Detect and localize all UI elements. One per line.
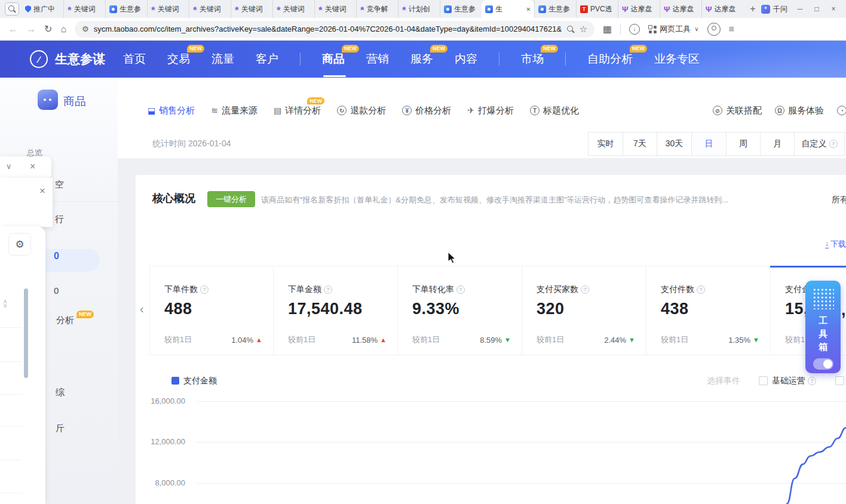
tab-close-icon[interactable]: × xyxy=(526,5,531,14)
subnav-tab-标题优化[interactable]: T 标题优化 xyxy=(530,105,579,116)
qianwen-button[interactable]: * 千问 xyxy=(761,4,787,14)
nav-item-服务[interactable]: 服务 NEW xyxy=(410,51,433,67)
subnav-tab-价格分析[interactable]: ¥ 价格分析 xyxy=(402,105,451,116)
browser-tab[interactable]: * 关键词 × xyxy=(314,0,356,18)
tab-search-icon[interactable] xyxy=(5,2,19,16)
payment-amount-line-chart xyxy=(765,382,846,504)
nav-item-流量[interactable]: 流量 xyxy=(212,51,234,67)
help-icon[interactable]: ? xyxy=(697,285,705,294)
sidebar-item-fragment[interactable]: 斤 xyxy=(56,423,65,434)
web-tools-button[interactable]: 网页工具 ∨ xyxy=(648,24,698,35)
sidebar-item-fragment[interactable]: 0 xyxy=(54,285,59,296)
overview-right-link[interactable]: 所有 xyxy=(832,195,846,205)
date-range-周[interactable]: 周 xyxy=(726,133,760,155)
overlay-window-small[interactable]: ∨ × xyxy=(0,156,51,179)
browser-tab[interactable]: Ψ 达摩盘 × xyxy=(618,0,660,18)
profile-avatar-icon[interactable] xyxy=(707,23,721,36)
overlay-window[interactable]: × xyxy=(0,178,53,227)
subnav-tab-服务体验[interactable]: Ω 服务体验 xyxy=(775,105,824,116)
cards-scroll-left-icon[interactable]: ‹ xyxy=(140,302,144,316)
nav-item-交易[interactable]: 交易 NEW xyxy=(167,51,190,67)
close-window-button[interactable]: × xyxy=(829,5,838,13)
browser-tab[interactable]: * 关键词 × xyxy=(231,0,272,18)
zoom-icon[interactable] xyxy=(566,25,575,33)
nav-item-客户[interactable]: 客户 xyxy=(256,51,278,67)
nav-item-业务专区[interactable]: 业务专区 xyxy=(654,51,700,67)
downloads-icon[interactable]: ↓ xyxy=(629,24,640,35)
date-range-实时[interactable]: 实时 xyxy=(588,133,623,155)
help-icon[interactable]: ? xyxy=(456,285,465,294)
help-icon[interactable]: ? xyxy=(829,140,838,148)
home-icon[interactable]: ⌂ xyxy=(60,24,66,35)
browser-tab[interactable]: T PVC透 × xyxy=(576,0,618,18)
metric-card-支付件数[interactable]: 支付件数? 438 较前1日 1.35% ▼ xyxy=(646,266,771,355)
date-range-日[interactable]: 日 xyxy=(691,133,726,155)
browser-tab[interactable]: * 关键词 × xyxy=(147,0,189,18)
subnav-tab-关联搭配[interactable]: ⊘ 关联搭配 xyxy=(713,105,762,116)
download-link[interactable]: ↓下载 xyxy=(825,239,846,250)
sort-chevrons-icon[interactable]: ∧∨ xyxy=(3,299,7,308)
browser-tab[interactable]: * 关键词 × xyxy=(63,0,105,18)
nav-item-营销[interactable]: 营销 xyxy=(366,51,389,67)
date-range-30天[interactable]: 30天 xyxy=(657,133,691,155)
scrollbar-thumb[interactable] xyxy=(24,288,28,378)
back-icon[interactable]: ← xyxy=(8,24,18,35)
forward-icon[interactable]: → xyxy=(26,24,36,35)
metric-card-下单转化率[interactable]: 下单转化率? 9.33% 较前1日 8.59% ▼ xyxy=(398,266,522,355)
nav-item-内容[interactable]: 内容 xyxy=(455,51,477,67)
subnav-tab-partial[interactable]: ◔ xyxy=(837,106,846,115)
browser-tab[interactable]: 推广中 × xyxy=(22,0,63,18)
subnav-tab-详情分析[interactable]: ▤ 详情分析 NEW xyxy=(274,105,321,116)
date-range-自定义[interactable]: 自定义 ? xyxy=(794,133,844,155)
sidebar-item-fragment[interactable]: 0 xyxy=(54,251,59,262)
browser-tab[interactable]: 生意参 × xyxy=(440,0,482,18)
reload-icon[interactable]: ↻ xyxy=(44,23,52,35)
metric-card-下单件数[interactable]: 下单件数? 488 较前1日 1.04% ▲ xyxy=(149,266,274,355)
help-icon[interactable]: ? xyxy=(324,285,332,294)
nav-item-市场[interactable]: 市场 NEW xyxy=(521,51,544,67)
nav-item-自助分析[interactable]: 自助分析 NEW xyxy=(587,51,633,67)
nav-item-首页[interactable]: 首页 xyxy=(123,51,146,67)
metric-card-支付买家数[interactable]: 支付买家数? 320 较前1日 2.44% ▼ xyxy=(522,266,646,355)
extensions-icon[interactable]: ▦ xyxy=(603,23,612,35)
new-tab-button[interactable]: + xyxy=(746,2,760,16)
sidebar-item-fragment[interactable]: 空 xyxy=(55,179,64,190)
help-icon[interactable]: ? xyxy=(581,285,589,294)
browser-tab[interactable]: * 计划创 × xyxy=(398,0,440,18)
close-icon[interactable]: × xyxy=(30,161,35,172)
subnav-tab-流量来源[interactable]: ≋ 流量来源 xyxy=(211,105,258,116)
minimize-button[interactable]: ─ xyxy=(796,5,804,13)
close-icon[interactable]: × xyxy=(39,185,45,197)
sidebar-item-fragment[interactable]: 综 xyxy=(56,387,65,398)
subnav-tab-退款分析[interactable]: ↻ 退款分析 xyxy=(337,105,386,116)
one-click-analyze-button[interactable]: 一键分析 xyxy=(207,191,255,207)
site-settings-icon[interactable]: ⚙ xyxy=(82,24,89,33)
address-bar[interactable]: ⚙ sycm.taobao.com/cc/item_archives?activ… xyxy=(75,21,594,38)
help-icon[interactable]: ? xyxy=(200,285,209,294)
toolbox-toggle[interactable] xyxy=(813,358,833,370)
subnav-tab-打爆分析[interactable]: ✈ 打爆分析 xyxy=(467,105,514,116)
bookmark-star-icon[interactable]: ☆ xyxy=(580,24,587,35)
subnav-tab-销售分析[interactable]: ⬓ 销售分析 xyxy=(148,105,195,116)
chevron-down-icon[interactable]: ∨ xyxy=(6,162,12,171)
sidebar-item-fragment[interactable]: 行 xyxy=(55,214,64,225)
gear-icon[interactable]: ⚙ xyxy=(8,233,31,256)
toolbox-widget[interactable]: 工具箱 xyxy=(805,281,841,373)
metric-card-下单金额[interactable]: 下单金额? 17,540.48 较前1日 11.58% ▲ xyxy=(274,266,398,355)
nav-item-商品[interactable]: 商品 NEW xyxy=(322,51,345,67)
date-range-7天[interactable]: 7天 xyxy=(623,133,657,155)
browser-tab[interactable]: 生 × xyxy=(482,0,534,18)
sycm-logo-icon[interactable]: ∕ xyxy=(30,50,48,68)
browser-tab[interactable]: 生意参 × xyxy=(534,0,576,18)
date-range-月[interactable]: 月 xyxy=(760,133,794,155)
browser-tab[interactable]: Ψ 达摩盘 × xyxy=(701,0,743,18)
browser-tab[interactable]: * 竞争解 × xyxy=(356,0,398,18)
browser-tab[interactable]: 生意参 × xyxy=(105,0,147,18)
sidebar-item-fragment[interactable]: 分析 NEW xyxy=(56,315,94,326)
browser-menu-icon[interactable]: ≡ xyxy=(729,24,734,35)
brand-title[interactable]: 生意参谋 xyxy=(55,51,105,67)
browser-tab[interactable]: Ψ 达摩盘 × xyxy=(660,0,701,18)
browser-tab[interactable]: * 关键词 × xyxy=(189,0,231,18)
browser-tab[interactable]: * 关键词 × xyxy=(272,0,314,18)
maximize-button[interactable]: □ xyxy=(813,5,821,13)
